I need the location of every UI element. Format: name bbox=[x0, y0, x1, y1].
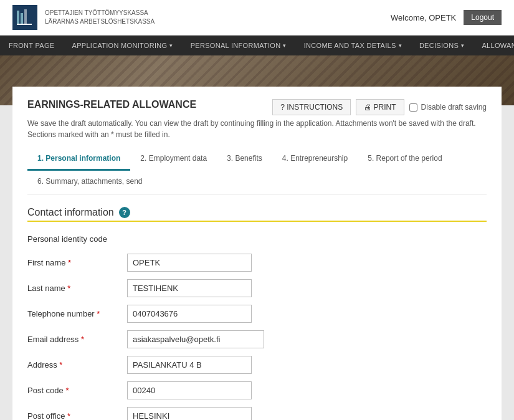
tab-entrepreneurship[interactable]: 4. Entrepreneurship bbox=[272, 148, 358, 171]
logo-area: OPETTAJIEN TYÖTTÖMYYSKASSA LÄRARNAS ARBE… bbox=[12, 5, 155, 30]
main-wrapper: ? INSTRUCTIONS 🖨 PRINT Disable draft sav… bbox=[0, 105, 514, 420]
disable-draft-label: Disable draft saving bbox=[421, 103, 487, 112]
print-button[interactable]: 🖨 PRINT bbox=[356, 99, 404, 115]
main-nav: FRONT PAGE APPLICATION MONITORING ▾ PERS… bbox=[0, 36, 514, 55]
svg-rect-1 bbox=[21, 13, 23, 24]
top-actions: ? INSTRUCTIONS 🖨 PRINT Disable draft sav… bbox=[272, 99, 487, 115]
section-divider bbox=[27, 221, 487, 222]
personal-identity-section: Personal identity code bbox=[27, 234, 487, 244]
email-label: Email address * bbox=[27, 335, 127, 344]
telephone-label: Telephone number * bbox=[27, 309, 127, 318]
header-right: Welcome, OPETK Logout bbox=[391, 10, 502, 25]
last-name-label: Last name * bbox=[27, 284, 127, 293]
auto-save-text: We save the draft automatically. You can… bbox=[27, 118, 487, 140]
post-code-row: Post code * bbox=[27, 381, 487, 399]
chevron-down-icon: ▾ bbox=[283, 42, 286, 49]
nav-application-monitoring[interactable]: APPLICATION MONITORING ▾ bbox=[64, 36, 182, 55]
logo-icon bbox=[12, 5, 37, 30]
personal-identity-label: Personal identity code bbox=[27, 234, 487, 244]
address-input[interactable] bbox=[127, 356, 252, 374]
last-name-row: Last name * bbox=[27, 279, 487, 297]
nav-decisions[interactable]: DECISIONS ▾ bbox=[411, 36, 474, 55]
tab-personal-info[interactable]: 1. Personal information bbox=[27, 148, 130, 171]
tab-report-period[interactable]: 5. Report of the period bbox=[358, 148, 452, 171]
email-input[interactable] bbox=[127, 330, 264, 348]
nav-front-page[interactable]: FRONT PAGE bbox=[0, 36, 64, 55]
contact-section-title: Contact information ? bbox=[27, 207, 487, 218]
instructions-button[interactable]: ? INSTRUCTIONS bbox=[272, 99, 351, 115]
header: OPETTAJIEN TYÖTTÖMYYSKASSA LÄRARNAS ARBE… bbox=[0, 0, 514, 36]
help-icon[interactable]: ? bbox=[119, 207, 130, 218]
nav-allowance-calc[interactable]: ALLOWANCE CALCULATOR bbox=[473, 36, 514, 55]
logo-text: OPETTAJIEN TYÖTTÖMYYSKASSA LÄRARNAS ARBE… bbox=[45, 9, 155, 26]
chevron-down-icon: ▾ bbox=[169, 42, 173, 49]
nav-personal-information[interactable]: PERSONAL INFORMATION ▾ bbox=[182, 36, 295, 55]
telephone-input[interactable] bbox=[127, 305, 252, 323]
tab-benefits[interactable]: 3. Benefits bbox=[217, 148, 272, 171]
tab-employment[interactable]: 2. Employment data bbox=[130, 148, 217, 171]
disable-draft-checkbox[interactable] bbox=[409, 103, 417, 112]
svg-rect-2 bbox=[24, 9, 27, 24]
email-row: Email address * bbox=[27, 330, 487, 348]
post-code-label: Post code * bbox=[27, 386, 127, 395]
first-name-label: First name * bbox=[27, 258, 127, 267]
post-office-label: Post office * bbox=[27, 411, 127, 420]
nav-income-tax[interactable]: INCOME AND TAX DETAILS ▾ bbox=[295, 36, 411, 55]
chevron-down-icon: ▾ bbox=[461, 42, 464, 49]
first-name-row: First name * bbox=[27, 254, 487, 272]
post-office-row: Post office * bbox=[27, 407, 487, 420]
tab-bar: 1. Personal information 2. Employment da… bbox=[27, 148, 487, 194]
address-label: Address * bbox=[27, 360, 127, 370]
welcome-text: Welcome, OPETK bbox=[391, 13, 456, 22]
last-name-input[interactable] bbox=[127, 279, 252, 297]
main-content: ? INSTRUCTIONS 🖨 PRINT Disable draft sav… bbox=[12, 87, 502, 420]
post-office-input[interactable] bbox=[127, 407, 252, 420]
tab-summary[interactable]: 6. Summary, attachments, send bbox=[27, 171, 153, 194]
post-code-input[interactable] bbox=[127, 381, 252, 399]
logout-button[interactable]: Logout bbox=[464, 10, 502, 25]
address-row: Address * bbox=[27, 356, 487, 374]
svg-rect-0 bbox=[17, 11, 19, 24]
telephone-row: Telephone number * bbox=[27, 305, 487, 323]
disable-draft-area: Disable draft saving bbox=[409, 103, 487, 112]
chevron-down-icon: ▾ bbox=[399, 42, 402, 49]
first-name-input[interactable] bbox=[127, 254, 252, 272]
